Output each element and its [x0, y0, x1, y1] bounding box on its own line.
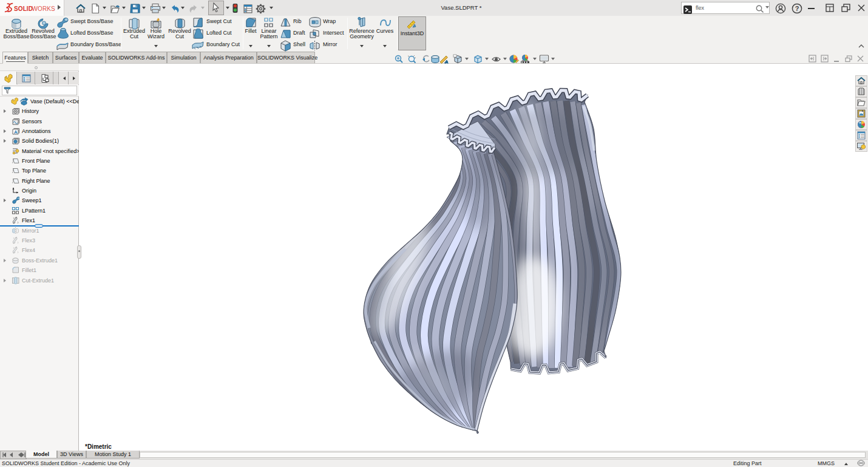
svg-text:WORKS: WORKS [32, 5, 56, 12]
svg-text:?: ? [795, 5, 799, 12]
svg-text:A: A [14, 129, 18, 135]
svg-text:SOLID: SOLID [14, 5, 33, 12]
